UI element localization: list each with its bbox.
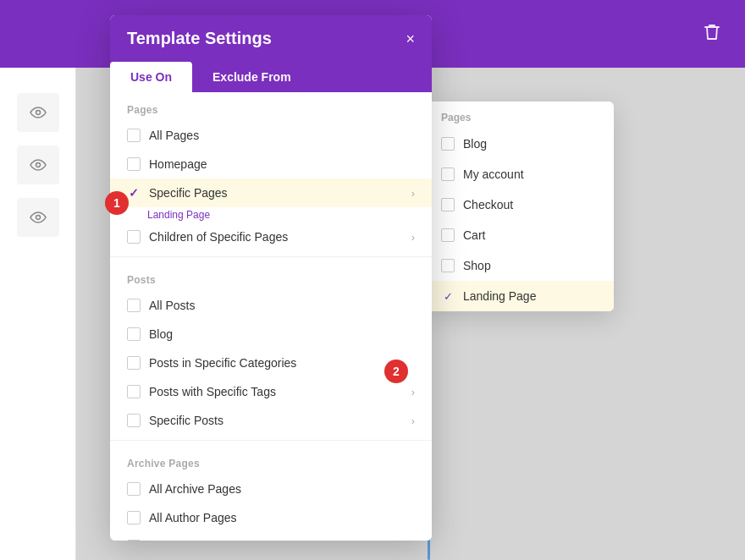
sidebar-eye-1[interactable] (17, 93, 59, 132)
sub-checkbox-cart[interactable] (441, 228, 455, 242)
pages-section-label: Pages (110, 92, 432, 121)
sidebar-eye-3[interactable] (17, 198, 59, 237)
sub-label-cart: Cart (463, 228, 485, 242)
sub-panel-item-shop[interactable]: Shop (428, 250, 614, 281)
modal-header: Template Settings × (110, 15, 432, 62)
sub-panel-item-cart[interactable]: Cart (428, 220, 614, 250)
checkbox-all-posts[interactable] (127, 299, 141, 312)
sub-label-shop: Shop (463, 259, 491, 272)
menu-item-all-archive-pages[interactable]: All Archive Pages (110, 475, 432, 503)
tab-use-on[interactable]: Use On (110, 62, 192, 92)
checkbox-blog[interactable] (127, 327, 141, 341)
arrow-posts-with-tags: › (411, 386, 415, 398)
label-all-pages: All Pages (149, 129, 199, 142)
sub-checkbox-shop[interactable] (441, 259, 455, 272)
sub-panel-item-blog[interactable]: Blog (428, 129, 614, 159)
label-all-author: All Author Pages (149, 511, 237, 524)
tab-exclude-from[interactable]: Exclude From (192, 62, 312, 92)
sub-panel: Pages Blog My account Checkout Cart Shop… (428, 102, 614, 311)
menu-item-children-of-specific-pages[interactable]: Children of Specific Pages › (110, 222, 432, 251)
checkbox-posts-with-tags[interactable] (127, 385, 141, 398)
checkbox-posts-in-categories[interactable] (127, 356, 141, 370)
badge-2: 2 (384, 360, 408, 383)
template-settings-modal: Template Settings × Use On Exclude From … (110, 15, 432, 541)
archive-section-label: Archive Pages (110, 446, 432, 475)
sub-label-landing-page: Landing Page (110, 207, 432, 222)
menu-item-all-category-pages[interactable]: All Category Pages (110, 532, 432, 541)
checkbox-children[interactable] (127, 230, 141, 244)
modal-close-button[interactable]: × (406, 31, 415, 47)
menu-item-posts-in-specific-categories[interactable]: Posts in Specific Categories (110, 349, 432, 377)
arrow-specific-pages: › (411, 187, 415, 200)
menu-item-blog[interactable]: Blog (110, 320, 432, 349)
label-specific-pages: Specific Pages (149, 186, 228, 200)
label-all-archive: All Archive Pages (149, 482, 241, 496)
divider-1 (110, 256, 432, 257)
label-specific-posts: Specific Posts (149, 414, 224, 427)
sub-checkmark-landing-page: ✓ (441, 289, 455, 303)
menu-item-specific-pages[interactable]: ✓ Specific Pages › (110, 178, 432, 207)
sub-panel-item-my-account[interactable]: My account (428, 159, 614, 189)
checkbox-all-pages[interactable] (127, 129, 141, 142)
modal-body: Pages All Pages Homepage ✓ Specific Page… (110, 92, 432, 541)
sub-label-my-account: My account (463, 167, 524, 181)
checkbox-all-author[interactable] (127, 511, 141, 524)
checkbox-all-archive[interactable] (127, 482, 141, 496)
sub-panel-header: Pages (428, 102, 614, 129)
sub-label-landing-page: Landing Page (463, 289, 536, 303)
label-children: Children of Specific Pages (149, 230, 288, 244)
label-all-posts: All Posts (149, 299, 195, 312)
sub-panel-item-landing-page[interactable]: ✓ Landing Page (428, 281, 614, 311)
modal-tabs: Use On Exclude From (110, 62, 432, 92)
modal-title: Template Settings (127, 29, 272, 48)
badge-1: 1 (105, 191, 129, 215)
checkbox-all-category[interactable] (127, 540, 141, 541)
menu-item-all-posts[interactable]: All Posts (110, 291, 432, 320)
label-all-category: All Category Pages (149, 540, 251, 541)
label-blog: Blog (149, 327, 173, 341)
arrow-children: › (411, 231, 415, 244)
menu-item-homepage[interactable]: Homepage (110, 150, 432, 178)
svg-point-0 (36, 111, 40, 115)
sub-checkbox-blog[interactable] (441, 137, 455, 151)
trash-icon[interactable] (704, 24, 720, 45)
menu-item-specific-posts[interactable]: Specific Posts › (110, 406, 432, 435)
posts-section-label: Posts (110, 262, 432, 291)
menu-item-all-pages[interactable]: All Pages (110, 121, 432, 150)
svg-point-2 (36, 216, 40, 220)
sub-label-blog: Blog (463, 137, 487, 151)
sub-label-checkout: Checkout (463, 198, 513, 211)
label-posts-in-categories: Posts in Specific Categories (149, 356, 296, 370)
sub-panel-item-checkout[interactable]: Checkout (428, 189, 614, 220)
arrow-specific-posts: › (411, 415, 415, 427)
sub-checkbox-my-account[interactable] (441, 167, 455, 181)
menu-item-all-author-pages[interactable]: All Author Pages (110, 503, 432, 532)
sub-checkbox-checkout[interactable] (441, 198, 455, 211)
menu-item-posts-with-specific-tags[interactable]: Posts with Specific Tags › (110, 377, 432, 406)
label-homepage: Homepage (149, 157, 207, 171)
checkbox-homepage[interactable] (127, 157, 141, 171)
svg-point-1 (36, 163, 40, 167)
sidebar-eye-2[interactable] (17, 145, 59, 184)
left-sidebar (0, 68, 76, 560)
divider-2 (110, 440, 432, 441)
checkmark-specific-pages: ✓ (127, 186, 141, 200)
checkbox-specific-posts[interactable] (127, 414, 141, 427)
sub-label-text: Landing Page (147, 209, 210, 221)
label-posts-with-tags: Posts with Specific Tags (149, 385, 276, 398)
